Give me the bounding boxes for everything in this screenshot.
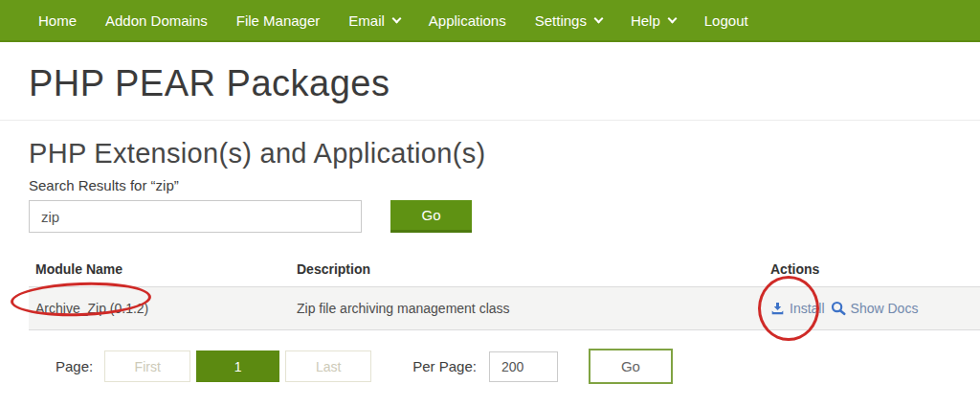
first-page-button[interactable]: First (104, 350, 190, 382)
download-icon (770, 302, 785, 316)
nav-item-home[interactable]: Home (38, 12, 77, 29)
chevron-down-icon (391, 13, 401, 23)
nav-item-email[interactable]: Email (348, 12, 400, 29)
per-page-label: Per Page: (412, 358, 477, 374)
packages-table: Module Name Description Actions Archive_… (29, 256, 980, 330)
nav-item-logout[interactable]: Logout (704, 12, 748, 29)
chevron-down-icon (593, 13, 603, 23)
nav-item-help[interactable]: Help (631, 12, 676, 29)
show-docs-link[interactable]: Show Docs (831, 301, 919, 316)
chevron-down-icon (667, 13, 677, 23)
nav-item-addon-domains[interactable]: Addon Domains (105, 12, 208, 29)
column-header-description: Description (297, 261, 770, 277)
per-page-input[interactable] (489, 351, 558, 382)
title-divider (0, 120, 980, 121)
table-header-row: Module Name Description Actions (29, 256, 980, 286)
column-header-module-name: Module Name (35, 261, 297, 277)
search-results-label: Search Results for “zip” (29, 177, 980, 193)
install-link[interactable]: Install (770, 301, 825, 316)
nav-item-applications[interactable]: Applications (429, 12, 506, 29)
column-header-actions: Actions (770, 261, 980, 277)
per-page-go-button[interactable]: Go (589, 349, 673, 384)
module-name-cell: Archive_Zip (0.1.2) (35, 301, 297, 316)
search-go-button[interactable]: Go (390, 200, 472, 233)
search-input[interactable] (29, 200, 362, 233)
actions-cell: Install Show Docs (770, 301, 980, 316)
section-subtitle: PHP Extension(s) and Application(s) (29, 138, 980, 170)
table-row: Archive_Zip (0.1.2) Zip file archiving m… (29, 286, 980, 330)
search-icon (831, 301, 846, 316)
nav-item-settings[interactable]: Settings (535, 12, 602, 29)
top-navigation: Home Addon Domains File Manager Email Ap… (0, 0, 980, 42)
nav-item-file-manager[interactable]: File Manager (236, 12, 321, 29)
page-title: PHP PEAR Packages (29, 63, 951, 104)
current-page-button[interactable]: 1 (196, 350, 279, 382)
page-label: Page: (56, 358, 93, 374)
last-page-button[interactable]: Last (285, 350, 371, 382)
pagination: Page: First 1 Last Per Page: Go (29, 349, 980, 384)
description-cell: Zip file archiving management class (297, 301, 770, 316)
